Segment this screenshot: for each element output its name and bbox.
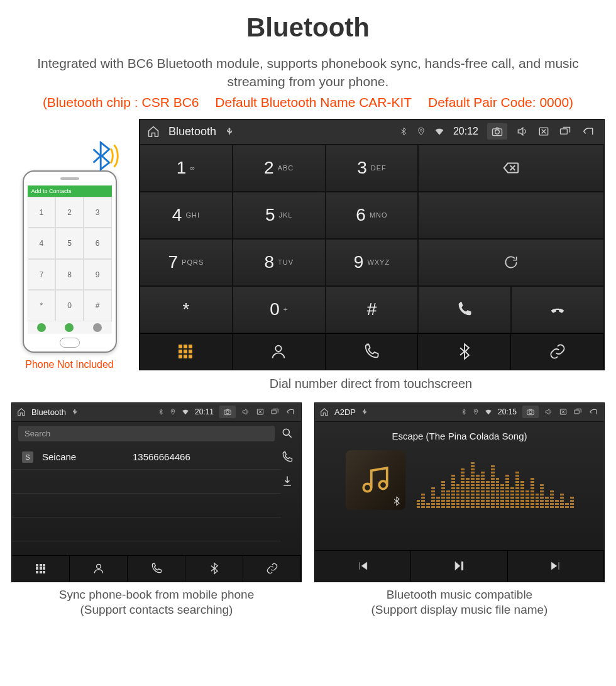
wifi-icon [434, 125, 444, 138]
headunit-contacts: Bluetooth 20:11 Search [11, 402, 302, 582]
page-subtitle: Integrated with BC6 Bluetooth module, su… [11, 54, 605, 91]
caption-contacts: Sync phone-book from mobile phone (Suppo… [11, 587, 302, 618]
nav-contacts[interactable] [70, 556, 128, 582]
contact-number: 13566664466 [133, 451, 190, 462]
dial-key-6[interactable]: 6MNO [326, 192, 419, 239]
multitask-icon[interactable] [270, 407, 279, 416]
home-icon[interactable] [320, 407, 329, 416]
volume-icon[interactable] [241, 407, 250, 416]
phone-key: 8 [55, 259, 84, 290]
statusbar-title: Bluetooth [31, 407, 66, 417]
phone-disclaimer: Phone Not Included [25, 359, 114, 370]
statusbar-time: 20:11 [195, 407, 214, 416]
screenshot-icon[interactable] [223, 407, 232, 416]
visualizer [417, 451, 574, 508]
nav-recent[interactable] [128, 556, 185, 582]
dial-key-3[interactable]: 3DEF [326, 145, 419, 192]
list-item [12, 517, 281, 541]
nav-pair[interactable] [243, 556, 301, 582]
nav-contacts[interactable] [233, 334, 326, 370]
nav-dialpad[interactable] [140, 334, 233, 370]
bluetooth-icon [399, 125, 408, 138]
headunit-dialer: Bluetooth 20:12 1∞2ABC3DEF4GHI5JKL6MNO7P… [139, 119, 605, 370]
next-button[interactable] [508, 551, 604, 582]
headunit-music: A2DP 20:15 Escape (The Pina Colada Song) [314, 402, 605, 582]
screenshot-icon[interactable] [526, 407, 535, 416]
redial-button[interactable] [418, 239, 604, 286]
statusbar-title: A2DP [334, 407, 356, 417]
home-icon[interactable] [17, 407, 26, 416]
close-icon[interactable] [537, 125, 550, 138]
page-title: Bluetooth [11, 13, 605, 43]
statusbar-time: 20:15 [498, 407, 517, 416]
close-icon[interactable] [559, 407, 568, 416]
phone-screen-header: Add to Contacts [28, 185, 112, 197]
dial-key-#[interactable]: # [326, 286, 419, 333]
volume-icon[interactable] [544, 407, 553, 416]
phone-key: 0 [55, 290, 84, 321]
spec-chip: (Bluetooth chip : CSR BC6 [43, 95, 199, 109]
dial-key-2[interactable]: 2ABC [233, 145, 326, 192]
call-icon[interactable] [281, 451, 294, 463]
back-icon[interactable] [285, 407, 296, 416]
bluetooth-icon [158, 407, 164, 416]
close-icon[interactable] [256, 407, 265, 416]
dial-key-5[interactable]: 5JKL [233, 192, 326, 239]
music-controls [315, 550, 604, 582]
dial-key-8[interactable]: 8TUV [233, 239, 326, 286]
phone-key: * [28, 290, 56, 321]
track-title: Escape (The Pina Colada Song) [392, 431, 527, 441]
spec-pair: Default Pair Code: 0000) [428, 95, 573, 109]
phone-key: 2 [55, 197, 84, 228]
list-item [12, 494, 281, 517]
screenshot-icon[interactable] [491, 125, 503, 138]
statusbar-title: Bluetooth [168, 125, 216, 138]
location-icon [417, 125, 426, 138]
nav-recent[interactable] [326, 334, 419, 370]
call-button[interactable] [418, 286, 511, 333]
phone-key: 6 [84, 228, 112, 259]
bottom-nav [12, 555, 301, 582]
prev-button[interactable] [315, 551, 411, 582]
dial-empty [418, 192, 604, 239]
location-icon [170, 407, 176, 416]
usb-icon [361, 407, 368, 416]
dial-key-4[interactable]: 4GHI [140, 192, 233, 239]
search-icon[interactable] [281, 427, 294, 440]
wifi-icon [485, 407, 492, 416]
statusbar: A2DP 20:15 [315, 403, 604, 422]
music-note-icon [360, 464, 391, 495]
play-pause-button[interactable] [411, 551, 507, 582]
dial-key-*[interactable]: * [140, 286, 233, 333]
search-input[interactable]: Search [18, 426, 275, 441]
home-icon[interactable] [147, 125, 160, 138]
phone-key: 9 [84, 259, 112, 290]
dial-key-0[interactable]: 0+ [233, 286, 326, 333]
back-icon[interactable] [588, 407, 599, 416]
dial-key-9[interactable]: 9WXYZ [326, 239, 419, 286]
nav-pair[interactable] [511, 334, 604, 370]
usb-icon [72, 407, 78, 416]
nav-bluetooth[interactable] [418, 334, 511, 370]
phone-key: 4 [28, 228, 56, 259]
contact-row[interactable]: S Seicane 13566664466 [12, 445, 281, 470]
backspace-button[interactable] [418, 145, 604, 192]
hangup-button[interactable] [511, 286, 604, 333]
bottom-nav [140, 333, 604, 370]
nav-dialpad[interactable] [12, 556, 70, 582]
download-icon[interactable] [281, 475, 294, 487]
caption-dialer: Dial number direct from touchscreen [137, 377, 605, 391]
phone-key: 3 [84, 197, 112, 228]
dial-key-7[interactable]: 7PQRS [140, 239, 233, 286]
wifi-icon [182, 407, 189, 416]
multitask-icon[interactable] [573, 407, 582, 416]
multitask-icon[interactable] [559, 125, 571, 138]
dial-key-1[interactable]: 1∞ [140, 145, 233, 192]
bluetooth-badge-icon [392, 496, 402, 506]
nav-bluetooth[interactable] [185, 556, 243, 582]
back-icon[interactable] [580, 125, 597, 138]
phone-mockup: Add to Contacts 123456789*0# [23, 170, 117, 353]
statusbar: Bluetooth 20:12 [140, 119, 604, 145]
phone-key: # [84, 290, 112, 321]
volume-icon[interactable] [516, 125, 529, 138]
